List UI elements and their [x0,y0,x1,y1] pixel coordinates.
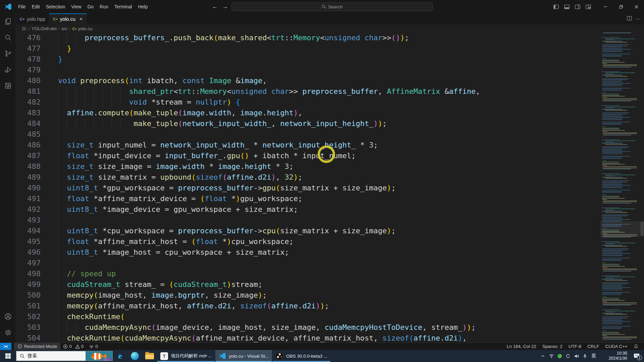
code-line[interactable]: 496 uint8_t *image_host = cpu_workspace … [16,247,644,258]
line-number[interactable]: 480 [16,75,58,86]
command-center-search[interactable]: Search [231,2,433,11]
split-editor-icon[interactable] [627,16,632,22]
breadcrumb-item[interactable]: C+yolo.cu [72,26,93,31]
code-line[interactable]: 488 size_t size_image = image.width * im… [16,161,644,172]
wifi-icon[interactable] [547,350,555,362]
source-control-icon[interactable] [0,46,16,62]
taskbar-search-box[interactable]: 搜索 [16,351,113,361]
line-number[interactable]: 479 [16,65,58,75]
code-content[interactable]: uint8_t *cpu_workspace = preprocess_buff… [58,226,644,236]
close-tab-icon[interactable]: ✕ [79,17,83,21]
code-content[interactable]: float *affine_matrix_host = (float *)cpu… [58,236,644,247]
internet-explorer-icon[interactable]: e [113,350,127,362]
customize-layout-icon[interactable] [584,2,593,11]
code-line[interactable]: 490 uint8_t *gpu_workspace = preprocess_… [16,183,644,193]
extensions-icon[interactable] [0,78,16,94]
breadcrumb-item[interactable]: YOLOv8-det [32,26,57,31]
remote-indicator[interactable]: >< [0,343,11,350]
menu-item-view[interactable]: View [68,0,84,13]
code-line[interactable]: 497 [16,258,644,268]
scrollbar-thumb[interactable] [640,222,644,236]
line-number[interactable]: 495 [16,236,58,247]
code-content[interactable]: uint8_t *image_device = gpu_workspace + … [58,204,644,215]
line-number[interactable]: 481 [16,86,58,97]
minimize-button[interactable] [598,0,613,13]
code-line[interactable]: 485 [16,129,644,140]
code-content[interactable]: cudaStream_t stream_ = (cudaStream_t)str… [58,279,644,290]
line-number[interactable]: 493 [16,215,58,226]
antivirus-icon[interactable] [555,350,564,362]
line-number[interactable]: 484 [16,118,58,129]
taskbar-app-typora[interactable]: T项目代码解析.md• ... [157,350,215,362]
code-line[interactable]: 492 uint8_t *image_device = gpu_workspac… [16,204,644,215]
code-line[interactable]: 479 [16,65,644,75]
code-content[interactable]: affine.compute(make_tuple(image.width, i… [58,108,644,118]
line-number[interactable]: 485 [16,129,58,140]
code-line[interactable]: 482 void *stream = nullptr) { [16,97,644,108]
line-number[interactable]: 499 [16,279,58,290]
file-explorer-icon[interactable] [142,350,157,362]
code-line[interactable]: 493 [16,215,644,226]
explorer-icon[interactable] [0,13,16,29]
line-number[interactable]: 490 [16,183,58,193]
code-content[interactable]: memcpy(image_host, image.bgrptr, size_im… [58,290,644,301]
code-content[interactable]: checkRuntime( [58,311,644,322]
code-content[interactable]: make_tuple(network_input_width_, network… [58,118,644,129]
code-content[interactable]: size_t input_numel = network_input_width… [58,140,644,150]
menu-item-go[interactable]: Go [84,0,97,13]
menu-item-selection[interactable]: Selection [43,0,68,13]
minimap-slider[interactable] [600,221,640,237]
breadcrumb-item[interactable]: D: [22,26,27,31]
toggle-sidebar-icon[interactable] [551,2,561,11]
tab-yolo.cu[interactable]: C+yolo.cu✕ [49,13,87,24]
line-number[interactable]: 498 [16,268,58,279]
code-line[interactable]: 477 } [16,43,644,54]
menu-item-file[interactable]: File [15,0,29,13]
code-line[interactable]: 503 cudaMemcpyAsync(image_device, image_… [16,322,644,333]
line-number[interactable]: 497 [16,258,58,268]
code-content[interactable]: } [58,54,644,65]
code-content[interactable]: size_t size_matrix = upbound(sizeof(affi… [58,172,644,183]
code-line[interactable]: 501 memcpy(affine_matrix_host, affine.d2… [16,301,644,311]
code-line[interactable]: 495 float *affine_matrix_host = (float *… [16,236,644,247]
line-number[interactable]: 503 [16,322,58,333]
toggle-secondary-sidebar-icon[interactable] [573,2,582,11]
taskbar-app-obs[interactable]: OBS 30.0.0-beta3 ... [272,350,331,362]
code-content[interactable]: checkRuntime(cudaMemcpyAsync(affine_matr… [58,333,644,343]
line-number[interactable]: 478 [16,54,58,65]
code-content[interactable]: shared_ptr<trt::Memory<unsigned char>> p… [58,86,644,97]
microphone-icon[interactable] [581,350,589,362]
code-editor[interactable]: 476 preprocess_buffers_.push_back(make_s… [16,33,644,343]
editor-scrollbar[interactable] [640,33,644,343]
nav-back-icon[interactable]: ← [212,3,218,10]
line-number[interactable]: 487 [16,150,58,161]
ime-indicator[interactable]: 英 [589,350,598,362]
code-line[interactable]: 478} [16,54,644,65]
line-number[interactable]: 501 [16,301,58,311]
settings-gear-icon[interactable] [0,324,16,341]
menu-item-help[interactable]: Help [135,0,151,13]
code-content[interactable] [58,65,644,75]
code-content[interactable]: void preprocess(int ibatch, const Image … [58,75,644,86]
tab-yolo.hpp[interactable]: C+yolo.hpp [16,13,49,24]
code-line[interactable]: 499 cudaStream_t stream_ = (cudaStream_t… [16,279,644,290]
code-line[interactable]: 481 shared_ptr<trt::Memory<unsigned char… [16,86,644,97]
problems-indicator[interactable]: 0 0 [60,343,86,350]
minimap[interactable] [600,33,640,343]
code-content[interactable] [58,258,644,268]
code-line[interactable]: 476 preprocess_buffers_.push_back(make_s… [16,33,644,43]
menu-item-terminal[interactable]: Terminal [111,0,135,13]
run-debug-icon[interactable] [0,62,16,78]
volume-icon[interactable] [572,350,581,362]
line-number[interactable]: 488 [16,161,58,172]
search-sidebar-icon[interactable] [0,29,16,46]
menu-item-edit[interactable]: Edit [29,0,43,13]
line-number[interactable]: 477 [16,43,58,54]
status-item[interactable]: UTF-8 [566,343,584,350]
code-line[interactable]: 502 checkRuntime( [16,311,644,322]
restore-button[interactable] [613,0,629,13]
sync-icon[interactable] [564,350,572,362]
start-button[interactable] [0,350,16,362]
status-item[interactable]: CUDA C++ [602,343,631,350]
line-number[interactable]: 491 [16,193,58,204]
